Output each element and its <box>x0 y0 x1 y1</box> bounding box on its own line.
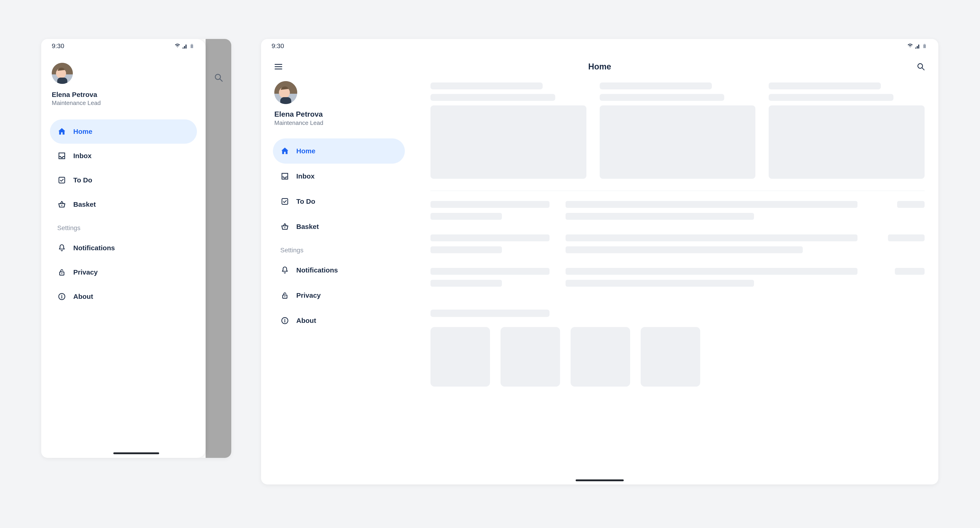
nav-section-settings: Settings <box>273 239 405 258</box>
profile-block[interactable]: Elena Petrova Maintenance Lead <box>41 53 205 111</box>
inbox-icon <box>280 172 290 181</box>
content-area[interactable] <box>417 80 938 485</box>
nav-item-basket[interactable]: Basket <box>273 214 405 239</box>
avatar[interactable] <box>52 63 73 84</box>
list-item <box>431 234 924 253</box>
status-indicators <box>907 43 928 49</box>
page-title: Home <box>288 62 911 72</box>
profile-name: Elena Petrova <box>274 110 403 118</box>
phone-mockup: 9:30 Elena Petrova Maintenance Lead Home <box>41 39 231 458</box>
profile-block[interactable]: Elena Petrova Maintenance Lead <box>273 80 405 131</box>
nav-item-privacy[interactable]: Privacy <box>50 260 197 284</box>
skeleton-line <box>566 246 803 253</box>
nav-label: Inbox <box>73 152 92 160</box>
gesture-handle[interactable] <box>576 479 624 481</box>
menu-button[interactable] <box>273 61 284 72</box>
skeleton-line <box>600 83 712 89</box>
skeleton-line <box>431 268 549 275</box>
battery-icon <box>189 43 195 49</box>
nav-list: Home Inbox To Do Basket Settings N <box>41 111 205 309</box>
menu-icon <box>274 62 283 71</box>
nav-label: Privacy <box>73 268 98 276</box>
nav-label: About <box>73 293 93 300</box>
nav-label: About <box>296 317 316 324</box>
nav-label: Privacy <box>296 292 321 299</box>
nav-item-basket[interactable]: Basket <box>50 192 197 217</box>
status-indicators <box>175 43 195 49</box>
status-time: 9:30 <box>52 42 64 50</box>
tiles-row <box>431 327 924 387</box>
nav-item-home[interactable]: Home <box>50 120 197 144</box>
nav-item-privacy[interactable]: Privacy <box>273 283 405 308</box>
search-icon[interactable] <box>214 73 223 83</box>
nav-section-settings: Settings <box>50 217 197 236</box>
card-placeholder <box>768 83 924 179</box>
skeleton-line <box>768 94 893 101</box>
nav-item-notifications[interactable]: Notifications <box>273 258 405 283</box>
skeleton-line <box>431 94 555 101</box>
skeleton-line <box>431 201 549 208</box>
nav-item-about[interactable]: About <box>50 284 197 309</box>
info-icon <box>57 292 67 301</box>
nav-item-notifications[interactable]: Notifications <box>50 236 197 260</box>
status-time: 9:30 <box>272 42 284 50</box>
skeleton-line <box>600 94 724 101</box>
skeleton-tile <box>571 327 630 387</box>
nav-list: Home Inbox To Do Basket Settings <box>273 131 405 333</box>
gesture-handle[interactable] <box>113 452 159 454</box>
card-placeholder <box>431 83 586 179</box>
wifi-icon <box>907 43 913 49</box>
skeleton-block <box>600 105 756 179</box>
skeleton-line <box>895 268 924 275</box>
cellular-icon <box>182 43 188 49</box>
bell-icon <box>57 243 67 252</box>
skeleton-section-title <box>431 309 549 317</box>
skeleton-line <box>431 280 502 287</box>
info-icon <box>280 316 290 325</box>
tablet-mockup: 9:30 Home Elena P <box>261 39 938 485</box>
profile-role: Maintenance Lead <box>274 120 403 126</box>
status-bar: 9:30 <box>261 39 938 53</box>
nav-label: To Do <box>73 176 92 184</box>
lock-icon <box>280 291 290 300</box>
nav-label: To Do <box>296 198 315 205</box>
skeleton-tile <box>641 327 700 387</box>
nav-item-inbox[interactable]: Inbox <box>50 144 197 168</box>
skeleton-line <box>431 213 502 220</box>
nav-item-inbox[interactable]: Inbox <box>273 164 405 189</box>
nav-item-todo[interactable]: To Do <box>50 168 197 192</box>
cellular-icon <box>915 43 921 49</box>
skeleton-line <box>768 83 881 89</box>
card-placeholder <box>600 83 756 179</box>
list-item <box>431 268 924 287</box>
skeleton-line <box>566 234 858 241</box>
skeleton-line <box>566 280 754 287</box>
cards-row <box>431 80 924 179</box>
check-icon <box>57 175 67 185</box>
scrim[interactable] <box>205 39 231 458</box>
home-icon <box>57 127 67 136</box>
status-bar: 9:30 <box>41 39 205 53</box>
avatar[interactable] <box>274 81 297 104</box>
app-bar: Home <box>261 53 938 80</box>
nav-item-about[interactable]: About <box>273 308 405 333</box>
lock-icon <box>57 268 67 277</box>
skeleton-line <box>431 246 502 253</box>
nav-item-home[interactable]: Home <box>273 139 405 164</box>
skeleton-line <box>566 268 858 275</box>
skeleton-line <box>431 83 542 89</box>
profile-role: Maintenance Lead <box>52 99 195 107</box>
profile-name: Elena Petrova <box>52 91 195 99</box>
nav-label: Inbox <box>296 172 315 180</box>
home-icon <box>280 147 290 156</box>
list-item <box>431 201 924 220</box>
search-button[interactable] <box>915 61 926 72</box>
skeleton-line <box>897 201 924 208</box>
nav-drawer: 9:30 Elena Petrova Maintenance Lead Home <box>41 39 205 458</box>
skeleton-block <box>768 105 924 179</box>
nav-item-todo[interactable]: To Do <box>273 189 405 214</box>
nav-label: Home <box>296 147 315 155</box>
skeleton-line <box>566 213 754 220</box>
skeleton-tile <box>431 327 490 387</box>
nav-label: Notifications <box>73 244 115 252</box>
